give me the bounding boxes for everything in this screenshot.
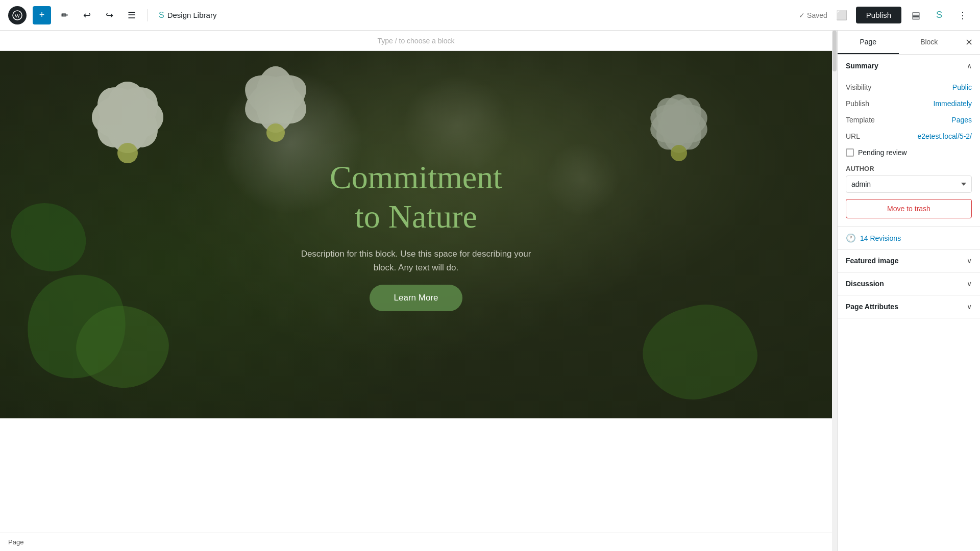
storybook-icon: S (936, 10, 942, 20)
summary-section-body: Visibility Public Publish Immediately Te… (838, 77, 980, 227)
discussion-header[interactable]: Discussion ∨ (838, 272, 980, 295)
add-block-button[interactable]: + (33, 6, 51, 24)
discussion-title: Discussion (846, 280, 884, 288)
featured-image-header[interactable]: Featured image ∨ (838, 249, 980, 272)
close-icon: ✕ (965, 37, 973, 48)
toolbar-right: ✓ Saved ⬜ Publish ▤ S ⋮ (799, 6, 972, 24)
summary-section: Summary ∧ Visibility Public Publish Imme… (838, 55, 980, 227)
template-row: Template Pages (846, 112, 972, 128)
learn-more-button[interactable]: Learn More (370, 285, 463, 311)
publish-row: Publish Immediately (846, 95, 972, 112)
visibility-label: Visibility (846, 83, 871, 91)
block-hint-bar[interactable]: Type / to choose a block (0, 31, 832, 51)
main-area: Type / to choose a block (0, 31, 980, 551)
scrollbar-thumb (832, 31, 837, 71)
more-options-button[interactable]: ⋮ (953, 6, 972, 24)
wp-logo[interactable]: W (8, 6, 27, 24)
visibility-value[interactable]: Public (952, 83, 972, 91)
hero-title-line1: Commitment (330, 159, 502, 195)
saved-indicator: ✓ Saved (799, 11, 827, 19)
hero-content: Commitment to Nature Description for thi… (293, 158, 538, 311)
revisions-row: 🕐 14 Revisions (838, 227, 980, 249)
canvas[interactable]: Commitment to Nature Description for thi… (0, 51, 832, 533)
move-to-trash-button[interactable]: Move to trash (846, 199, 972, 218)
visibility-row: Visibility Public (846, 79, 972, 95)
featured-image-chevron-icon: ∨ (967, 257, 972, 265)
toolbar: W + ✏ ↩ ↪ ☰ S Design Library ✓ Saved ⬜ P… (0, 0, 980, 31)
url-row: URL e2etest.local/5-2/ (846, 128, 972, 144)
clock-icon: 🕐 (846, 233, 856, 243)
block-hint-text: Type / to choose a block (378, 37, 455, 45)
discussion-section: Discussion ∨ (838, 272, 980, 295)
editor-scrollbar[interactable] (832, 31, 837, 551)
hero-title: Commitment to Nature (330, 158, 502, 237)
tools-button[interactable]: ✏ (55, 6, 74, 24)
summary-section-header[interactable]: Summary ∧ (838, 55, 980, 77)
url-label: URL (846, 132, 860, 140)
publish-label: Publish (846, 99, 869, 108)
close-sidebar-button[interactable]: ✕ (960, 33, 978, 52)
tab-page[interactable]: Page (838, 31, 899, 54)
toolbar-separator (147, 9, 148, 21)
check-icon: ✓ (799, 11, 805, 19)
undo-button[interactable]: ↩ (78, 6, 96, 24)
storybook-button[interactable]: S (930, 6, 948, 24)
sidebar-toggle-button[interactable]: ▤ (906, 6, 925, 24)
template-value[interactable]: Pages (951, 116, 972, 124)
editor-area: Type / to choose a block (0, 31, 832, 551)
hero-block[interactable]: Commitment to Nature Description for thi… (0, 51, 832, 418)
page-attributes-title: Page Attributes (846, 303, 898, 311)
publish-value[interactable]: Immediately (934, 99, 972, 108)
pending-review-label: Pending review (858, 148, 907, 157)
footer-label: Page (8, 538, 23, 546)
summary-title: Summary (846, 62, 878, 70)
pending-review-checkbox[interactable] (846, 148, 854, 157)
page-attributes-chevron-icon: ∨ (967, 303, 972, 311)
pencil-icon: ✏ (61, 10, 68, 21)
author-select[interactable]: admin (846, 176, 972, 193)
tab-block[interactable]: Block (899, 31, 960, 54)
featured-image-title: Featured image (846, 257, 898, 265)
revisions-link[interactable]: 14 Revisions (860, 234, 901, 242)
ellipsis-icon: ⋮ (958, 10, 967, 21)
author-label: AUTHOR (846, 165, 972, 172)
summary-chevron-icon: ∧ (967, 62, 972, 70)
design-library-label: Design Library (167, 11, 217, 19)
url-value[interactable]: e2etest.local/5-2/ (917, 132, 972, 140)
editor-footer: Page (0, 533, 832, 551)
svg-text:W: W (14, 12, 20, 19)
plus-icon: + (39, 10, 45, 20)
redo-button[interactable]: ↪ (100, 6, 118, 24)
view-button[interactable]: ⬜ (832, 6, 851, 24)
pending-review-row: Pending review (846, 144, 972, 161)
list-view-button[interactable]: ☰ (122, 6, 141, 24)
saved-label: Saved (807, 11, 827, 19)
template-label: Template (846, 116, 875, 124)
discussion-chevron-icon: ∨ (967, 280, 972, 288)
sidebar-icon: ▤ (912, 10, 920, 21)
redo-icon: ↪ (106, 10, 113, 21)
monitor-icon: ⬜ (836, 10, 847, 21)
design-library-icon: S (159, 11, 164, 20)
sidebar-tabs: Page Block ✕ (838, 31, 980, 55)
page-attributes-header[interactable]: Page Attributes ∨ (838, 295, 980, 318)
hero-title-line2: to Nature (355, 198, 477, 235)
undo-icon: ↩ (83, 10, 91, 21)
design-library-button[interactable]: S Design Library (154, 8, 222, 23)
page-attributes-section: Page Attributes ∨ (838, 295, 980, 318)
publish-button[interactable]: Publish (856, 7, 901, 23)
list-icon: ☰ (128, 10, 136, 21)
sidebar: Page Block ✕ Summary ∧ Visibility Public… (837, 31, 980, 551)
hero-description: Description for this block. Use this spa… (293, 247, 538, 274)
featured-image-section: Featured image ∨ (838, 249, 980, 272)
